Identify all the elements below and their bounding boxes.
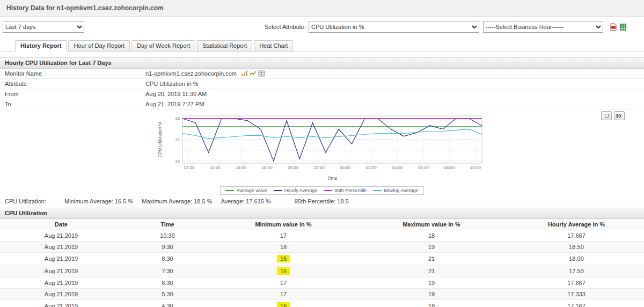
table-row: Aug 21,20199:30181918.50 <box>0 242 644 253</box>
report-section-header: Hourly CPU Utilization for Last 7 Days <box>0 57 644 69</box>
line-graph-icon[interactable] <box>250 70 257 77</box>
monitor-name-row: Monitor Name n1-opmkvm1.csez.zohocorpin.… <box>0 69 644 79</box>
attribute-select[interactable]: CPU Utilization in % <box>309 21 479 33</box>
tab-day-of-week-report[interactable]: Day of Week Report <box>131 40 195 52</box>
from-row: From Aug 20, 2019 11:30 AM <box>0 89 644 99</box>
table-row: Aug 21,20195:30171917.333 <box>0 289 644 300</box>
square-icon <box>605 114 609 118</box>
table-section-header: CPU Utilization <box>0 208 644 219</box>
excel-export-icon[interactable] <box>619 23 627 31</box>
col-hourly-average: Hourly Average in % <box>509 219 644 230</box>
highlighted-value: 16 <box>277 267 290 275</box>
table-header-row: Date Time Minimum value in % Maximum val… <box>0 219 644 230</box>
legend-item: Moving Average <box>373 188 418 193</box>
legend-label: Hourly Average <box>284 188 317 193</box>
svg-text:16: 16 <box>175 159 180 164</box>
to-label: To <box>5 101 145 107</box>
legend-label: 95th Percentile <box>334 188 367 193</box>
highlighted-value: 16 <box>277 302 290 307</box>
svg-text:18:00: 18:00 <box>262 165 273 170</box>
tab-hour-of-day-report[interactable]: Hour of Day Report <box>68 40 130 52</box>
svg-text:08:00: 08:00 <box>444 165 455 170</box>
summary-row: CPU Utilization: Minimum Average: 16.5 %… <box>0 195 644 208</box>
summary-max-average: Maximum Average: 18.5 % <box>142 198 212 204</box>
table-row: Aug 21,201910:30171817.667 <box>0 230 644 242</box>
pdf-export-icon[interactable] <box>610 23 617 31</box>
col-time: Time <box>122 219 213 230</box>
svg-text:16:00: 16:00 <box>236 165 247 170</box>
tab-history-report[interactable]: History Report <box>15 40 67 52</box>
attribute-row: Attribute CPU Utilization in % <box>0 79 644 89</box>
to-value: Aug 21, 2019 7:27 PM <box>145 101 204 107</box>
svg-text:04:00: 04:00 <box>392 165 403 170</box>
chart-last-30-button[interactable]: 30 <box>614 111 625 120</box>
svg-text:22:00: 22:00 <box>314 165 325 170</box>
summary-95th-percentile: 95th Percentile: 18.5 <box>295 198 349 204</box>
legend-item: Average value <box>225 188 267 193</box>
arrow-up-icon <box>621 113 623 119</box>
bar-chart-icon[interactable] <box>241 70 248 77</box>
attribute-row-label: Attribute <box>5 81 145 87</box>
table-row: Aug 21,20197:30162117.50 <box>0 265 644 277</box>
svg-text:Time: Time <box>327 176 338 181</box>
chart-last-30-label: 30 <box>616 113 621 119</box>
monitor-name-label: Monitor Name <box>5 70 145 77</box>
summary-min-average: Minimum Average: 16.5 % <box>64 198 133 204</box>
svg-text:00:00: 00:00 <box>340 165 351 170</box>
svg-text:CPU Utilization %: CPU Utilization % <box>157 121 163 158</box>
tab-statistical-report[interactable]: Statistical Report <box>197 40 252 52</box>
highlighted-value: 16 <box>277 255 290 262</box>
svg-text:12:00: 12:00 <box>184 165 195 170</box>
svg-text:02:00: 02:00 <box>366 165 377 170</box>
legend-item: 95th Percentile <box>324 188 367 193</box>
legend-swatch <box>324 190 332 191</box>
svg-text:10:00: 10:00 <box>470 165 481 170</box>
svg-text:14:00: 14:00 <box>210 165 221 170</box>
attribute-label: Select Attribute: <box>265 24 306 30</box>
cpu-table-body: Aug 21,201910:30171817.667Aug 21,20199:3… <box>0 230 644 307</box>
monitor-name-value: n1-opmkvm1.csez.zohocorpin.com <box>145 70 237 77</box>
legend-swatch <box>225 190 234 191</box>
svg-text:17: 17 <box>175 137 180 142</box>
from-value: Aug 20, 2019 11:30 AM <box>145 91 207 97</box>
tab-heat-chart[interactable]: Heat Chart <box>254 40 293 52</box>
table-row: Aug 21,20196:30171917.667 <box>0 277 644 289</box>
chart-area: 30 12:0014:0016:0018:0020:0022:0000:0002… <box>0 109 644 195</box>
grid-icon[interactable] <box>258 70 265 77</box>
controls-row: Last 7 days Select Attribute: CPU Utiliz… <box>0 17 644 36</box>
cpu-table: Date Time Minimum value in % Maximum val… <box>0 219 644 307</box>
svg-text:18: 18 <box>175 116 180 121</box>
business-hour-select[interactable]: -----Select Business Hour------ <box>483 21 603 33</box>
table-row: Aug 21,20198:30162118.00 <box>0 253 644 265</box>
col-max-value: Maximum value in % <box>354 219 509 230</box>
chart-legend: Average valueHourly Average95th Percenti… <box>220 186 423 195</box>
legend-item: Hourly Average <box>274 188 317 193</box>
history-chart-svg: 12:0014:0016:0018:0020:0022:0000:0002:00… <box>156 112 488 181</box>
to-row: To Aug 21, 2019 7:27 PM <box>0 99 644 109</box>
svg-text:20:00: 20:00 <box>288 165 299 170</box>
legend-swatch <box>373 190 382 191</box>
svg-text:06:00: 06:00 <box>418 165 429 170</box>
legend-label: Average value <box>236 188 267 193</box>
summary-average: Average: 17.615 % <box>221 198 270 204</box>
table-row: Aug 21,20194:30161817.167 <box>0 300 644 307</box>
attribute-row-value: CPU Utilization in % <box>145 81 198 87</box>
period-select[interactable]: Last 7 days <box>3 21 84 33</box>
summary-lead-label: CPU Utilization: <box>5 198 46 204</box>
from-label: From <box>5 91 145 97</box>
col-min-value: Minimum value in % <box>213 219 354 230</box>
col-date: Date <box>0 219 122 230</box>
report-tabs: History Report Hour of Day Report Day of… <box>0 40 644 52</box>
monitor-actions <box>241 70 265 77</box>
page-title: History Data for n1-opmkvm1.csez.zohocor… <box>0 0 644 17</box>
legend-swatch <box>274 190 282 191</box>
chart-resize-button[interactable] <box>601 111 612 120</box>
legend-label: Moving Average <box>384 188 418 193</box>
